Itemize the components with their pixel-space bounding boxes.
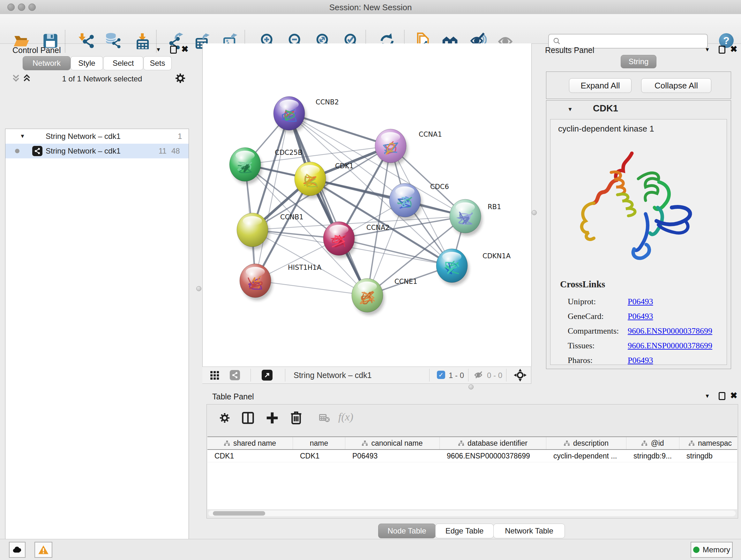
network-selection-status: 1 of 1 Network selected xyxy=(42,74,163,83)
open-in-new-window-icon[interactable] xyxy=(262,370,273,381)
column-header-shared-name[interactable]: shared name xyxy=(207,437,293,449)
network-edges xyxy=(245,113,465,295)
tab-network[interactable]: Network xyxy=(23,56,71,70)
results-buttons-box: Expand All Collapse All xyxy=(546,71,731,99)
network-view-title: String Network – cdk1 xyxy=(293,371,372,380)
column-header-label: namespac xyxy=(698,439,732,448)
grid-view-icon[interactable] xyxy=(210,371,219,380)
tab-string[interactable]: String xyxy=(621,55,657,68)
table-cell[interactable]: CDK1 xyxy=(207,450,293,462)
network-node-count: 11 xyxy=(158,146,166,155)
toolbar-separator xyxy=(429,369,429,381)
crosslink-link[interactable]: 9606.ENSP00000378699 xyxy=(628,326,712,336)
expand-all-chevron-icon[interactable] xyxy=(11,74,20,82)
network-node-ccne1[interactable] xyxy=(352,278,383,312)
node-label-ccne1: CCNE1 xyxy=(394,278,417,286)
string-network-badge-icon xyxy=(32,146,43,156)
table-panel-close-icon[interactable]: ✖ xyxy=(730,391,738,400)
column-header--id[interactable]: @id xyxy=(626,437,679,449)
crosslink-link[interactable]: P06493 xyxy=(628,297,653,307)
tab-node-table[interactable]: Node Table xyxy=(378,523,435,538)
control-panel-menu-icon[interactable]: ▼ xyxy=(156,47,161,53)
network-collection-row[interactable]: ▼ String Network – cdk1 1 xyxy=(5,129,189,144)
node-label-ccnb1: CCNB1 xyxy=(280,213,304,221)
selected-checkbox-icon[interactable]: ✓ xyxy=(437,371,445,379)
table-horizontal-scrollbar[interactable] xyxy=(208,510,736,516)
column-header-description[interactable]: description xyxy=(546,437,626,449)
network-node-cdk1[interactable] xyxy=(294,162,326,196)
network-node-ccnb1[interactable] xyxy=(237,213,268,247)
application-window: Session: New Session xyxy=(0,0,741,560)
crosslink-label: GeneCard: xyxy=(568,312,628,321)
network-node-ccna1[interactable] xyxy=(375,129,406,163)
tab-network-table[interactable]: Network Table xyxy=(493,523,565,538)
cloud-status-button[interactable] xyxy=(9,542,25,558)
tab-edge-table[interactable]: Edge Table xyxy=(435,523,494,538)
network-node-ccna2[interactable] xyxy=(323,222,354,255)
column-header-namespac[interactable]: namespac xyxy=(679,437,737,449)
button-label: Collapse All xyxy=(655,81,698,91)
network-node-cdc25b[interactable] xyxy=(229,147,261,181)
network-share-icon[interactable] xyxy=(230,370,240,380)
table-cell[interactable]: stringdb xyxy=(679,450,737,462)
show-columns-icon[interactable] xyxy=(242,412,254,424)
control-panel-close-icon[interactable]: ✖ xyxy=(181,45,189,54)
results-panel-float-icon[interactable] xyxy=(719,46,725,54)
results-panel-menu-icon[interactable]: ▼ xyxy=(704,47,710,53)
network-graph[interactable]: CCNB2CCNA1CDC25BCDK1CDC6RB1CCNB1CCNA2CDK… xyxy=(203,44,531,367)
column-header-label: @id xyxy=(651,439,664,448)
gene-collapse-icon[interactable]: ▼ xyxy=(567,106,573,113)
tab-style[interactable]: Style xyxy=(71,56,103,70)
table-panel-title: Table Panel xyxy=(212,392,254,401)
table-cell[interactable]: CDK1 xyxy=(293,450,345,462)
network-node-cdc6[interactable] xyxy=(389,183,421,217)
scrollbar-thumb[interactable] xyxy=(213,511,265,516)
table-cell[interactable]: stringdb:9... xyxy=(626,450,679,462)
collapse-all-button[interactable]: Collapse All xyxy=(641,78,711,93)
network-tree: ▼ String Network – cdk1 1 String Network… xyxy=(5,129,189,560)
table-cell[interactable]: 9606.ENSP00000378699 xyxy=(440,450,546,462)
table-panel-float-icon[interactable] xyxy=(719,392,725,400)
results-panel-close-icon[interactable]: ✖ xyxy=(730,45,738,54)
crosslink-link[interactable]: P06493 xyxy=(628,356,653,365)
table-cell[interactable]: P06493 xyxy=(345,450,440,462)
warning-status-button[interactable] xyxy=(35,542,52,558)
expand-all-button[interactable]: Expand All xyxy=(569,78,631,93)
current-network-dot-icon xyxy=(15,149,19,153)
table-header-row: shared namenamecanonical namedatabase id… xyxy=(207,436,737,450)
tree-expand-icon[interactable]: ▼ xyxy=(20,133,25,139)
bottom-splitter-handle[interactable] xyxy=(468,384,474,389)
birds-eye-view-icon[interactable] xyxy=(514,369,527,381)
table-row[interactable]: CDK1CDK1P064939606.ENSP00000378699cyclin… xyxy=(207,450,737,462)
network-node-ccnb2[interactable] xyxy=(273,97,305,130)
table-cell[interactable]: cyclin-dependent ... xyxy=(546,450,626,462)
crosslink-link[interactable]: 9606.ENSP00000378699 xyxy=(628,341,712,351)
network-node-hist1h1a[interactable] xyxy=(240,264,271,298)
column-header-database-identifier[interactable]: database identifier xyxy=(440,437,546,449)
network-node-cdkn1a[interactable] xyxy=(436,249,468,283)
tab-sets[interactable]: Sets xyxy=(143,56,172,70)
gene-detail-box: cyclin-dependent kinase 1 Cross xyxy=(550,119,727,365)
column-header-canonical-name[interactable]: canonical name xyxy=(345,437,440,449)
table-panel-menu-icon[interactable]: ▼ xyxy=(704,393,710,399)
memory-button[interactable]: Memory xyxy=(690,542,733,558)
memory-label: Memory xyxy=(703,545,731,554)
crosslink-link[interactable]: P06493 xyxy=(628,312,653,321)
collapse-all-chevron-icon[interactable] xyxy=(22,74,31,82)
crosslink-label: Uniprot: xyxy=(568,297,628,307)
left-splitter-handle[interactable] xyxy=(196,286,201,291)
column-header-label: description xyxy=(573,439,609,448)
control-panel-float-icon[interactable] xyxy=(170,46,177,54)
right-splitter-handle[interactable] xyxy=(532,210,537,215)
node-label-hist1h1a: HIST1H1A xyxy=(288,264,322,271)
network-node-rb1[interactable] xyxy=(450,199,481,233)
column-header-name[interactable]: name xyxy=(293,437,345,449)
network-canvas[interactable]: CCNB2CCNA1CDC25BCDK1CDC6RB1CCNB1CCNA2CDK… xyxy=(202,44,532,367)
network-row[interactable]: String Network – cdk1 11 48 xyxy=(5,144,189,159)
table-gear-icon[interactable] xyxy=(219,412,230,424)
gear-icon[interactable] xyxy=(175,73,186,84)
network-view-toolbar: String Network – cdk1 ✓ 1 - 0 0 - 0 xyxy=(202,367,531,384)
delete-column-icon[interactable] xyxy=(290,411,302,424)
create-column-icon[interactable] xyxy=(266,412,278,424)
tab-select[interactable]: Select xyxy=(103,56,143,70)
